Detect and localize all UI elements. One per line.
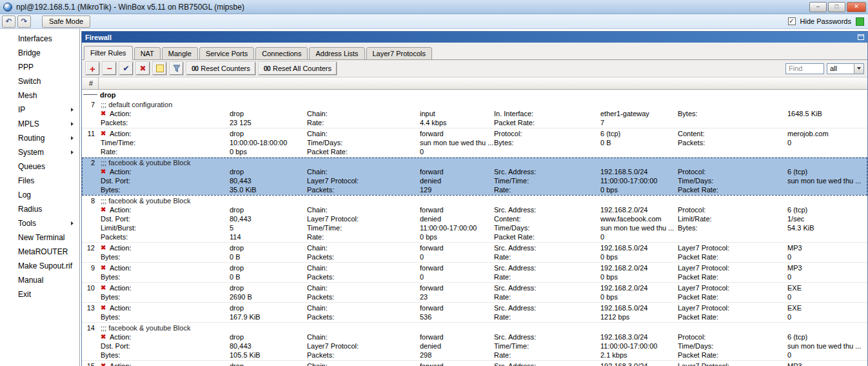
rule-prop-label: Layer7 Protocol: — [307, 176, 420, 185]
hide-passwords-checkbox[interactable]: ✓ — [788, 17, 796, 25]
undo-button[interactable]: ↶ — [2, 15, 15, 28]
check-icon: ✔ — [123, 65, 129, 72]
rule-prop-value: 11:00:00-17:00:00 — [420, 223, 494, 232]
rule-prop-value: 192.168.5.0/24 — [600, 167, 678, 176]
rule-row-13[interactable]: 13✖Action:dropChain:forwardSrc. Address:… — [82, 303, 867, 323]
rule-row-8[interactable]: 8;;; facebook & youtube Block✖Action:dro… — [82, 196, 867, 243]
maximize-button[interactable]: □ — [828, 2, 845, 12]
sidebar-item-metarouter[interactable]: MetaROUTER — [0, 245, 79, 259]
add-rule-button[interactable]: + — [86, 62, 99, 75]
prop-label-text: Src. Address: — [494, 303, 536, 312]
sidebar-item-tools[interactable]: Tools — [0, 216, 79, 230]
rule-prop-label: Packets: — [307, 312, 420, 321]
rule-prop-label: ✖Action: — [101, 129, 230, 138]
rule-prop-value — [787, 147, 867, 156]
rule-row-7[interactable]: 7;;; default configuration✖Action:dropCh… — [82, 99, 867, 128]
prop-label-text: Time/Time: — [307, 223, 342, 232]
redo-button[interactable]: ↷ — [17, 15, 31, 28]
sidebar-item-log[interactable]: Log — [0, 188, 79, 202]
safe-mode-button[interactable]: Safe Mode — [42, 15, 90, 28]
rule-row-9[interactable]: 9✖Action:dropChain:forwardSrc. Address:1… — [82, 263, 867, 283]
rule-prop-label: Src. Address: — [494, 283, 600, 292]
rule-row-12[interactable]: 12✖Action:dropChain:forwardSrc. Address:… — [82, 243, 867, 263]
rule-comment: ;;; default configuration — [99, 100, 867, 109]
prop-label-text: Packet Rate: — [678, 252, 718, 261]
enable-rule-button[interactable]: ✔ — [119, 62, 133, 75]
minimize-button[interactable]: – — [809, 2, 827, 12]
prop-label-text: Src. Address: — [494, 283, 536, 292]
close-button[interactable]: ✕ — [847, 2, 866, 12]
sidebar-item-mpls[interactable]: MPLS — [0, 117, 79, 131]
rule-prop-value: drop — [230, 263, 307, 272]
rule-row-10[interactable]: 10✖Action:dropChain:forwardSrc. Address:… — [82, 283, 867, 303]
rule-row-2[interactable]: 2;;; facebook & youtube Block✖Action:dro… — [82, 158, 867, 196]
drop-action-icon: ✖ — [101, 363, 108, 366]
reset-all-counters-button[interactable]: 00 Reset All Counters — [259, 62, 337, 75]
sidebar-item-exit[interactable]: Exit — [0, 287, 79, 301]
reset-counters-button[interactable]: 00 Reset Counters — [186, 62, 255, 75]
sidebar-item-ppp[interactable]: PPP — [0, 60, 79, 74]
rule-prop-label: Packet Rate: — [494, 232, 600, 241]
comment-button[interactable] — [153, 62, 166, 75]
sidebar-item-switch[interactable]: Switch — [0, 74, 79, 88]
sidebar-item-new-terminal[interactable]: New Terminal — [0, 230, 79, 245]
sidebar-item-make-supout-rif[interactable]: Make Supout.rif — [0, 259, 79, 273]
sidebar-item-interfaces[interactable]: Interfaces — [0, 32, 79, 46]
tab-service-ports[interactable]: Service Ports — [199, 47, 254, 60]
prop-label-text: Rate: — [494, 312, 511, 321]
firewall-titlebar[interactable]: Firewall — [82, 32, 867, 43]
tab-layer7-protocols[interactable]: Layer7 Protocols — [366, 47, 433, 60]
tab-address-lists[interactable]: Address Lists — [309, 47, 364, 60]
rule-prop-value: 7 — [600, 118, 678, 127]
rule-row-14[interactable]: 14;;; facebook & youtube Block✖Action:dr… — [82, 323, 867, 361]
rules-column-header[interactable]: # — [82, 77, 867, 90]
rule-prop-value: 0 — [420, 147, 494, 156]
prop-label-text: Chain: — [307, 205, 328, 214]
filter-button[interactable] — [170, 62, 183, 75]
rule-prop-label: Packets: — [678, 138, 787, 147]
column-header-number[interactable]: # — [82, 77, 99, 89]
rule-prop-label: Layer7 Protocol: — [678, 263, 787, 272]
sidebar-item-mesh[interactable]: Mesh — [0, 88, 79, 103]
rule-number: 10 — [82, 283, 99, 302]
sidebar-item-ip[interactable]: IP — [0, 103, 79, 117]
sidebar-item-bridge[interactable]: Bridge — [0, 46, 79, 60]
filter-scope-dropdown[interactable]: all — [827, 63, 864, 74]
tab-nat[interactable]: NAT — [134, 47, 161, 60]
sidebar-item-routing[interactable]: Routing — [0, 131, 79, 145]
sidebar-item-manual[interactable]: Manual — [0, 273, 79, 287]
prop-label-text: Bytes: — [101, 252, 121, 261]
find-input[interactable] — [785, 63, 824, 74]
sidebar-item-system[interactable]: System — [0, 145, 79, 159]
remove-rule-button[interactable]: − — [103, 62, 116, 75]
rule-prop-value: 0 — [600, 232, 678, 241]
prop-label-text: Chain: — [307, 167, 328, 176]
rule-prop-label: Rate: — [494, 272, 600, 281]
sidebar-item-radius[interactable]: Radius — [0, 202, 79, 216]
rule-number: 7 — [82, 99, 99, 128]
rule-prop-label: Bytes: — [101, 185, 230, 194]
rule-prop-label: Chain: — [307, 109, 420, 118]
rule-prop-value: 0 bps — [600, 292, 678, 301]
rule-prop-label: Dst. Port: — [101, 176, 230, 185]
rule-property-line: Time/Time:10:00:00-18:00:00Time/Days:sun… — [99, 138, 867, 147]
window-titlebar[interactable]: npl@192.168.5.1 (MikroTik) - WinBox v5.1… — [0, 0, 868, 14]
rule-prop-value: 1/sec — [787, 214, 867, 223]
rule-prop-label: Protocol: — [678, 332, 787, 341]
firewall-restore-icon[interactable] — [858, 34, 864, 40]
tab-connections[interactable]: Connections — [255, 47, 308, 60]
dropdown-button[interactable] — [854, 64, 863, 74]
prop-label-text: Layer7 Protocol: — [307, 214, 359, 223]
tab-filter-rules[interactable]: Filter Rules — [84, 46, 133, 60]
rule-prop-label: Dst. Port: — [101, 341, 230, 351]
prop-label-text: Rate: — [494, 185, 511, 194]
rule-row-11[interactable]: 11✖Action:dropChain:forwardProtocol:6 (t… — [82, 128, 867, 158]
sidebar-item-label: Tools — [18, 219, 36, 228]
rule-prop-value: MP3 — [787, 243, 867, 252]
disable-rule-button[interactable]: ✖ — [136, 62, 150, 75]
rule-row-15[interactable]: 15✖Action:dropChain:forwardSrc. Address:… — [82, 361, 867, 366]
sidebar-item-files[interactable]: Files — [0, 174, 79, 188]
drop-action-icon: ✖ — [101, 168, 108, 175]
tab-mangle[interactable]: Mangle — [162, 47, 198, 60]
sidebar-item-queues[interactable]: Queues — [0, 159, 79, 174]
